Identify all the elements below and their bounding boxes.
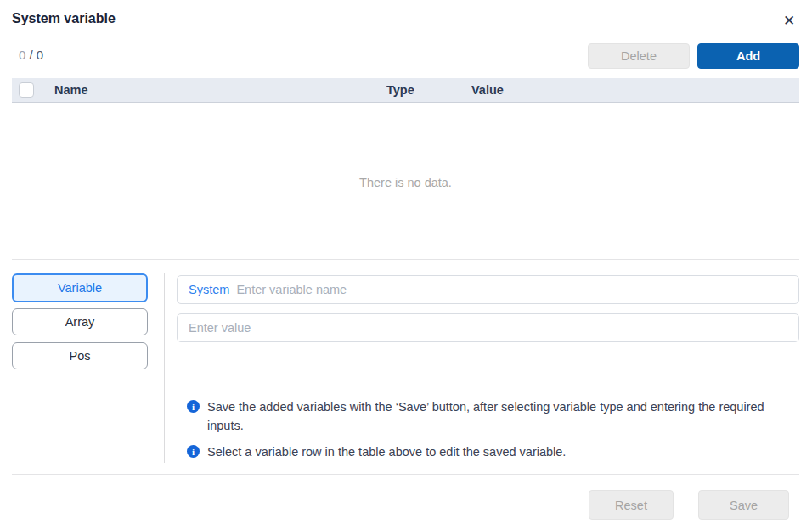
info-icon: i [187,445,200,458]
reset-button[interactable]: Reset [589,490,674,520]
name-prefix: System_ [189,283,236,296]
row-counter: 0 / 0 [19,48,43,62]
tab-array[interactable]: Array [12,308,148,335]
empty-state-text: There is no data. [12,176,799,189]
variable-name-field[interactable]: System_ [177,275,799,304]
close-icon[interactable]: ✕ [776,8,802,32]
tab-variable[interactable]: Variable [12,273,148,302]
column-header-type: Type [386,78,414,102]
system-variable-dialog: System variable ✕ 0 / 0 Delete Add Name … [0,0,812,530]
info-note-select: i Select a variable row in the table abo… [187,443,786,461]
vertical-divider [164,273,165,463]
dialog-title: System variable [12,11,116,26]
delete-button[interactable]: Delete [588,43,690,69]
note-text: Select a variable row in the table above… [207,443,566,461]
divider-bottom [12,474,799,475]
info-note-save: i Save the added variables with the ‘Sav… [187,398,786,436]
counter-total: 0 [37,48,43,62]
info-icon: i [187,400,200,413]
table-header: Name Type Value [12,78,799,103]
variable-value-field[interactable] [177,313,799,342]
tab-pos[interactable]: Pos [12,342,148,369]
note-text: Save the added variables with the ‘Save’… [207,398,785,436]
column-header-value: Value [471,78,504,102]
variable-name-input[interactable] [236,283,787,296]
variable-value-input[interactable] [189,321,787,335]
add-button[interactable]: Add [697,43,799,69]
save-button[interactable]: Save [698,490,789,520]
divider-top [12,259,799,260]
counter-separator: / [25,48,37,62]
select-all-checkbox[interactable] [19,82,34,98]
column-header-name: Name [54,78,88,102]
